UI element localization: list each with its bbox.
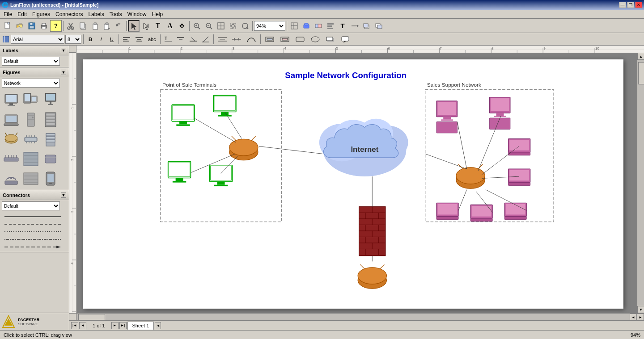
figure-lines[interactable]	[21, 150, 40, 168]
zoom-fit-button[interactable]	[215, 20, 227, 32]
scroll-track[interactable]	[637, 60, 644, 306]
text-cross-button[interactable]	[175, 34, 186, 44]
layer-back[interactable]	[373, 20, 385, 32]
restore-button[interactable]: ❐	[627, 2, 634, 8]
slope-button[interactable]	[200, 34, 212, 44]
scroll-thumb[interactable]	[638, 62, 644, 84]
figure-desktop[interactable]	[2, 91, 21, 109]
figure-server3d[interactable]	[41, 130, 60, 149]
font-size-dropdown[interactable]: 8 9 10 11 12 14	[65, 35, 81, 44]
menu-labels[interactable]: Labels	[85, 10, 106, 18]
minimize-button[interactable]: —	[619, 2, 626, 8]
group-button[interactable]	[313, 20, 324, 32]
figures-dropdown[interactable]: Network	[2, 79, 60, 88]
figure-phone[interactable]	[41, 169, 60, 188]
spacing2-button[interactable]	[230, 34, 243, 44]
shape4-button[interactable]	[308, 34, 322, 44]
menu-connectors[interactable]: Connectors	[53, 10, 85, 18]
zoom-in-button[interactable]	[191, 20, 203, 32]
close-button[interactable]: ✕	[635, 2, 642, 8]
select-tool[interactable]	[128, 20, 140, 32]
zoom-reset-button[interactable]	[239, 20, 251, 32]
figure-wifi[interactable]	[2, 169, 21, 188]
save-button[interactable]	[26, 20, 38, 32]
zoom-dropdown[interactable]: 94% 50% 75% 100% 125% 150% 200%	[254, 21, 285, 31]
figure-style-button[interactable]	[301, 20, 312, 32]
scroll-left-button[interactable]: ◄	[630, 314, 637, 321]
zoom-selection-button[interactable]	[227, 20, 239, 32]
text-format-button[interactable]: T	[337, 20, 348, 32]
zoom-out-button[interactable]	[203, 20, 215, 32]
text-tool[interactable]: T	[152, 20, 164, 32]
undo-button[interactable]	[113, 20, 125, 32]
h-scroll-thumb[interactable]	[78, 314, 105, 320]
copy-button[interactable]	[77, 20, 89, 32]
figure-switch[interactable]	[21, 130, 40, 149]
help-button[interactable]: ?	[50, 20, 62, 32]
connectors-dropdown[interactable]: Default	[2, 201, 60, 210]
shape2-button[interactable]	[278, 34, 292, 44]
menu-figures[interactable]: Figures	[30, 10, 53, 18]
sheet-next-button[interactable]: ►	[111, 322, 119, 329]
callout-button[interactable]	[339, 34, 353, 44]
layer-front[interactable]	[361, 20, 373, 32]
connector-dotted2[interactable]	[4, 236, 62, 243]
scroll-right-button[interactable]: ►	[637, 314, 644, 321]
figure-server-tower[interactable]	[21, 110, 40, 129]
connector-arrow1[interactable]	[4, 243, 62, 251]
sheet-first-button[interactable]: |◄	[71, 322, 78, 329]
underline-button[interactable]: U	[107, 34, 117, 44]
align-center-button[interactable]	[133, 34, 145, 44]
grid-button[interactable]	[288, 20, 300, 32]
figure-laptop[interactable]	[2, 110, 21, 129]
abc-button[interactable]: abc	[146, 34, 158, 44]
print-button[interactable]	[38, 20, 50, 32]
paste-button[interactable]	[89, 20, 101, 32]
align-left-button[interactable]	[121, 34, 132, 44]
canvas-scroll[interactable]: Sample Network Configuration Point of Sa…	[76, 53, 637, 313]
new-button[interactable]	[2, 20, 13, 32]
sheet-tab-1[interactable]: Sheet 1	[127, 322, 154, 330]
menu-window[interactable]: Window	[125, 10, 149, 18]
curve-button[interactable]	[244, 34, 258, 44]
italic-button[interactable]: I	[96, 34, 106, 44]
text-under-button[interactable]	[187, 34, 199, 44]
text-above-button[interactable]: T	[162, 34, 174, 44]
open-button[interactable]	[14, 20, 25, 32]
figure-hub[interactable]	[2, 150, 21, 168]
shadow-button[interactable]	[323, 34, 338, 44]
title-bar-controls[interactable]: — ❐ ✕	[619, 2, 642, 8]
figure-workstation[interactable]	[21, 91, 40, 109]
note-tool[interactable]: A	[164, 20, 176, 32]
figure-wiring[interactable]	[21, 169, 40, 188]
align-button[interactable]	[325, 20, 336, 32]
h-scroll-track[interactable]	[76, 314, 630, 320]
figure-router[interactable]	[2, 130, 21, 149]
connect-button[interactable]	[349, 20, 360, 32]
sheet-prev-button[interactable]: ◄	[79, 322, 86, 329]
figures-expand[interactable]: ▼	[61, 70, 66, 75]
figure-server-rack[interactable]	[41, 110, 60, 129]
connector-solid[interactable]	[4, 213, 62, 220]
shape3-button[interactable]	[293, 34, 307, 44]
shape1-button[interactable]	[263, 34, 277, 44]
bold-button[interactable]: B	[85, 34, 95, 44]
font-family-dropdown[interactable]: Arial Times New Roman Courier New	[11, 35, 64, 44]
menu-edit[interactable]: Edit	[15, 10, 30, 18]
hand-tool[interactable]: ✥	[176, 20, 188, 32]
connector-dashed1[interactable]	[4, 221, 62, 228]
scroll-down-button[interactable]: ▼	[637, 306, 644, 313]
figure-monitor[interactable]	[41, 91, 60, 109]
scroll-up-button[interactable]: ▲	[637, 53, 644, 60]
menu-help[interactable]: Help	[149, 10, 166, 18]
spacing1-button[interactable]	[216, 34, 229, 44]
menu-file[interactable]: File	[1, 10, 15, 18]
sidebar-toggle[interactable]	[2, 35, 10, 43]
sheet-scroll-left[interactable]: ◄	[155, 322, 161, 329]
figure-disc[interactable]	[41, 150, 60, 168]
cut-button[interactable]	[65, 20, 76, 32]
menu-tools[interactable]: Tools	[107, 10, 125, 18]
connector-dotted1[interactable]	[4, 228, 62, 235]
labels-dropdown[interactable]: Default	[2, 57, 60, 66]
connectors-expand[interactable]: ▼	[61, 193, 66, 198]
